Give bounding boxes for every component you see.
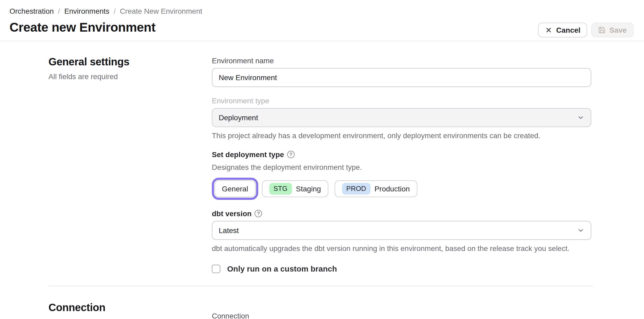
deployment-type-staging-label: Staging — [296, 185, 321, 193]
save-button-label: Save — [609, 26, 627, 34]
deployment-type-general-label: General — [222, 185, 248, 193]
environment-type-label: Environment type — [212, 95, 591, 106]
main-content: General settings All fields are required… — [48, 41, 593, 319]
custom-branch-label[interactable]: Only run on a custom branch — [227, 264, 337, 273]
connection-label: Connection — [212, 311, 591, 319]
breadcrumb-orchestration[interactable]: Orchestration — [9, 6, 54, 16]
environment-type-select: Deployment — [212, 108, 591, 127]
dbt-version-label-row: dbt version ? — [212, 208, 591, 219]
connection-heading: Connection — [48, 301, 196, 314]
deployment-type-description: Designates the deployment environment ty… — [212, 162, 591, 172]
deployment-type-general-button[interactable]: General — [214, 180, 256, 197]
custom-branch-row: Only run on a custom branch — [212, 264, 591, 273]
page-header: Orchestration / Environments / Create Ne… — [0, 0, 644, 41]
section-divider — [48, 286, 593, 286]
custom-branch-checkbox[interactable] — [212, 264, 220, 273]
deployment-type-staging-button[interactable]: STG Staging — [262, 180, 328, 197]
deployment-type-label: Set deployment type — [212, 149, 284, 160]
breadcrumb: Orchestration / Environments / Create Ne… — [9, 6, 633, 16]
dbt-version-field-group: dbt version ? Latest dbt automatically u… — [212, 208, 591, 254]
dbt-version-helper: dbt automatically upgrades the dbt versi… — [212, 243, 591, 254]
environment-type-helper: This project already has a development e… — [212, 130, 591, 141]
dbt-version-label: dbt version — [212, 208, 252, 219]
general-settings-heading: General settings — [48, 55, 196, 68]
general-settings-section: General settings All fields are required… — [48, 55, 593, 273]
close-icon — [545, 26, 553, 34]
chevron-down-icon — [577, 114, 584, 121]
environment-name-input[interactable] — [212, 68, 591, 87]
breadcrumb-current: Create New Environment — [120, 6, 202, 16]
environment-name-label: Environment name — [212, 55, 591, 66]
create-environment-page: Orchestration / Environments / Create Ne… — [0, 0, 644, 319]
help-icon[interactable]: ? — [255, 210, 262, 217]
connection-form: Connection Select... — [212, 311, 591, 319]
breadcrumb-separator: / — [114, 6, 116, 16]
connection-field-group: Connection Select... — [212, 311, 591, 319]
dbt-version-select[interactable]: Latest — [212, 221, 591, 240]
chevron-down-icon — [577, 227, 584, 234]
deployment-type-label-row: Set deployment type ? — [212, 149, 591, 160]
header-actions: Cancel Save — [538, 23, 633, 37]
deployment-type-production-button[interactable]: PROD Production — [335, 180, 417, 197]
production-badge: PROD — [342, 183, 370, 195]
breadcrumb-environments[interactable]: Environments — [64, 6, 109, 16]
cancel-button-label: Cancel — [556, 26, 580, 34]
deployment-type-field-group: Set deployment type ? Designates the dep… — [212, 149, 591, 200]
staging-badge: STG — [269, 183, 292, 195]
connection-section: Connection Select the warehouse connecti… — [48, 301, 593, 319]
connection-intro: Connection Select the warehouse connecti… — [48, 301, 212, 319]
environment-type-value: Deployment — [219, 113, 258, 122]
help-icon[interactable]: ? — [287, 151, 295, 158]
general-settings-form: Environment name Environment type Deploy… — [212, 55, 591, 273]
connection-description: Select the warehouse connection to use f… — [48, 317, 196, 319]
dbt-version-value: Latest — [219, 226, 239, 235]
general-settings-subheading: All fields are required — [48, 71, 196, 82]
breadcrumb-separator: / — [58, 6, 60, 16]
save-button[interactable]: Save — [592, 23, 633, 37]
environment-name-field-group: Environment name — [212, 55, 591, 87]
deployment-type-production-label: Production — [374, 185, 410, 193]
environment-type-field-group: Environment type Deployment This project… — [212, 95, 591, 141]
cancel-button[interactable]: Cancel — [538, 23, 587, 37]
save-disk-icon — [598, 26, 606, 34]
deployment-type-options: General STG Staging PROD Production — [212, 178, 591, 200]
general-settings-intro: General settings All fields are required — [48, 55, 212, 273]
